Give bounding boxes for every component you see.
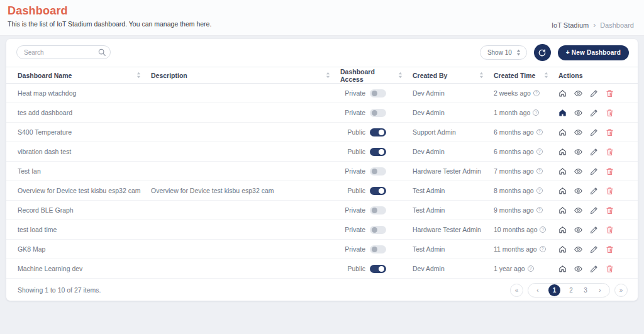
page-button-1[interactable]: 1 bbox=[548, 284, 560, 296]
edit-button[interactable] bbox=[590, 167, 598, 175]
delete-button[interactable] bbox=[606, 245, 614, 253]
view-button[interactable] bbox=[574, 89, 582, 97]
delete-button[interactable] bbox=[606, 128, 614, 136]
edit-button[interactable] bbox=[590, 206, 598, 214]
set-home-button[interactable] bbox=[558, 245, 567, 253]
page-button-2[interactable]: 2 bbox=[567, 287, 575, 294]
cell-dashboard-access: Public bbox=[340, 128, 413, 136]
edit-button[interactable] bbox=[590, 109, 598, 117]
delete-button[interactable] bbox=[606, 187, 614, 195]
pencil-icon bbox=[590, 167, 598, 175]
delete-button[interactable] bbox=[606, 167, 614, 175]
toggle-knob bbox=[372, 91, 377, 96]
trash-icon bbox=[606, 109, 614, 117]
prev-page-button[interactable]: ‹ bbox=[534, 287, 541, 294]
table-row: test load time Private Hardware Tester A… bbox=[6, 220, 638, 240]
refresh-button[interactable] bbox=[534, 44, 551, 61]
access-label: Public bbox=[340, 148, 365, 155]
access-toggle[interactable] bbox=[370, 167, 386, 175]
set-home-button[interactable] bbox=[558, 226, 567, 234]
cell-actions bbox=[558, 265, 626, 273]
view-button[interactable] bbox=[574, 128, 582, 136]
delete-button[interactable] bbox=[606, 206, 614, 214]
toggle-knob bbox=[379, 266, 384, 272]
first-page-button[interactable]: « bbox=[510, 284, 523, 297]
view-button[interactable] bbox=[574, 245, 582, 253]
set-home-button[interactable] bbox=[558, 148, 567, 156]
access-toggle[interactable] bbox=[370, 187, 386, 195]
set-home-button[interactable] bbox=[558, 89, 567, 97]
cell-actions bbox=[558, 148, 626, 156]
column-header-actions: Actions bbox=[558, 72, 626, 79]
help-circle-icon: ? bbox=[536, 129, 543, 135]
set-home-button[interactable] bbox=[558, 109, 567, 117]
view-button[interactable] bbox=[574, 167, 582, 175]
set-home-button[interactable] bbox=[558, 206, 567, 214]
column-header-dashboard-access[interactable]: Dashboard Access bbox=[340, 68, 413, 83]
delete-button[interactable] bbox=[606, 265, 614, 273]
set-home-button[interactable] bbox=[558, 128, 567, 136]
created-time-text: 6 months ago bbox=[494, 128, 534, 136]
eye-icon bbox=[574, 187, 582, 195]
view-button[interactable] bbox=[574, 187, 582, 195]
set-home-button[interactable] bbox=[558, 187, 567, 195]
cell-created-time: 10 months ago ? bbox=[494, 226, 558, 233]
view-button[interactable] bbox=[574, 206, 582, 214]
edit-button[interactable] bbox=[590, 148, 598, 156]
set-home-button[interactable] bbox=[558, 167, 567, 175]
edit-button[interactable] bbox=[590, 128, 598, 136]
page-size-value: Show 10 bbox=[487, 49, 512, 56]
trash-icon bbox=[606, 148, 614, 156]
cell-created-by: Dev Admin bbox=[413, 148, 494, 155]
last-page-button[interactable]: » bbox=[614, 284, 628, 297]
access-toggle[interactable] bbox=[370, 128, 386, 136]
refresh-icon bbox=[538, 48, 547, 57]
search-input[interactable] bbox=[16, 45, 111, 59]
delete-button[interactable] bbox=[606, 109, 614, 117]
access-toggle[interactable] bbox=[370, 206, 386, 214]
breadcrumb-parent[interactable]: IoT Stadium bbox=[552, 21, 589, 29]
dashboard-list-card: Show 10 + New Dashboard Dashboard Name D… bbox=[6, 39, 638, 301]
cell-created-by: Test Admin bbox=[413, 245, 494, 253]
view-button[interactable] bbox=[574, 265, 582, 273]
set-home-button[interactable] bbox=[558, 265, 567, 273]
edit-button[interactable] bbox=[590, 89, 598, 97]
access-toggle[interactable] bbox=[370, 226, 386, 234]
view-button[interactable] bbox=[574, 226, 582, 234]
access-toggle[interactable] bbox=[370, 265, 386, 273]
delete-button[interactable] bbox=[606, 226, 614, 234]
breadcrumb: IoT Stadium › Dashboard bbox=[552, 21, 634, 30]
column-header-created-by[interactable]: Created By bbox=[413, 72, 494, 79]
column-header-created-time[interactable]: Created Time bbox=[494, 72, 558, 79]
access-label: Private bbox=[340, 245, 365, 253]
cell-actions bbox=[558, 167, 626, 175]
new-dashboard-button[interactable]: + New Dashboard bbox=[558, 45, 629, 60]
table-row: Overview for Device test kisbu esp32 cam… bbox=[6, 181, 638, 201]
cell-dashboard-access: Public bbox=[340, 187, 413, 195]
page-header: Dashboard This is the list of IoT Stadiu… bbox=[0, 0, 644, 36]
cell-dashboard-access: Public bbox=[340, 265, 413, 273]
access-toggle[interactable] bbox=[370, 89, 386, 97]
edit-button[interactable] bbox=[590, 245, 598, 253]
view-button[interactable] bbox=[574, 109, 582, 117]
access-label: Private bbox=[340, 89, 365, 97]
access-toggle[interactable] bbox=[370, 245, 386, 253]
column-header-dashboard-name[interactable]: Dashboard Name bbox=[18, 72, 151, 79]
next-page-button[interactable]: › bbox=[596, 287, 604, 294]
home-icon bbox=[558, 167, 567, 175]
search-icon bbox=[97, 48, 106, 57]
access-toggle[interactable] bbox=[370, 109, 386, 117]
view-button[interactable] bbox=[574, 148, 582, 156]
delete-button[interactable] bbox=[606, 148, 614, 156]
page-size-select[interactable]: Show 10 bbox=[480, 45, 527, 60]
edit-button[interactable] bbox=[590, 226, 598, 234]
edit-button[interactable] bbox=[590, 265, 598, 273]
cell-created-time: 6 months ago ? bbox=[494, 148, 558, 155]
toggle-knob bbox=[379, 149, 384, 155]
sort-icon bbox=[479, 72, 484, 79]
page-button-3[interactable]: 3 bbox=[582, 287, 589, 294]
column-header-description[interactable]: Description bbox=[151, 72, 340, 79]
edit-button[interactable] bbox=[590, 187, 598, 195]
delete-button[interactable] bbox=[606, 89, 614, 97]
access-toggle[interactable] bbox=[370, 148, 386, 156]
